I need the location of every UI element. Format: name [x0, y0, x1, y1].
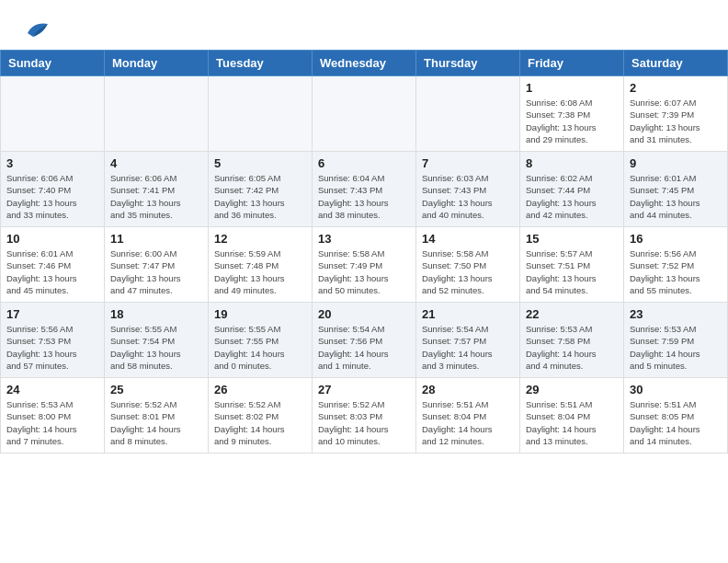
calendar-cell: 5Sunrise: 6:05 AM Sunset: 7:42 PM Daylig… [209, 152, 313, 227]
column-header-wednesday: Wednesday [313, 51, 416, 76]
calendar-week-1: 1Sunrise: 6:08 AM Sunset: 7:38 PM Daylig… [1, 76, 728, 152]
day-info: Sunrise: 5:54 AM Sunset: 7:56 PM Dayligh… [318, 323, 410, 372]
day-info: Sunrise: 5:53 AM Sunset: 7:59 PM Dayligh… [630, 323, 722, 372]
day-number: 2 [630, 81, 722, 95]
column-header-monday: Monday [105, 51, 209, 76]
day-number: 24 [6, 383, 98, 396]
day-number: 26 [214, 383, 306, 396]
calendar-cell: 30Sunrise: 5:51 AM Sunset: 8:05 PM Dayli… [624, 378, 728, 454]
day-number: 1 [526, 81, 618, 95]
calendar-week-4: 17Sunrise: 5:56 AM Sunset: 7:53 PM Dayli… [1, 303, 728, 378]
day-info: Sunrise: 6:00 AM Sunset: 7:47 PM Dayligh… [110, 247, 202, 296]
day-number: 10 [6, 232, 98, 246]
day-info: Sunrise: 5:53 AM Sunset: 8:00 PM Dayligh… [6, 398, 98, 447]
calendar-cell [105, 76, 209, 152]
calendar-cell: 7Sunrise: 6:03 AM Sunset: 7:43 PM Daylig… [416, 152, 520, 227]
day-info: Sunrise: 6:02 AM Sunset: 7:44 PM Dayligh… [526, 172, 618, 221]
day-info: Sunrise: 5:59 AM Sunset: 7:48 PM Dayligh… [214, 247, 306, 296]
calendar-cell: 3Sunrise: 6:06 AM Sunset: 7:40 PM Daylig… [1, 152, 105, 227]
header-row: SundayMondayTuesdayWednesdayThursdayFrid… [1, 51, 728, 76]
day-info: Sunrise: 5:56 AM Sunset: 7:52 PM Dayligh… [630, 247, 722, 296]
calendar-cell: 10Sunrise: 6:01 AM Sunset: 7:46 PM Dayli… [1, 227, 105, 303]
day-number: 16 [630, 232, 722, 246]
calendar-cell: 12Sunrise: 5:59 AM Sunset: 7:48 PM Dayli… [209, 227, 313, 303]
calendar-cell: 26Sunrise: 5:52 AM Sunset: 8:02 PM Dayli… [209, 378, 313, 454]
day-number: 27 [318, 383, 410, 396]
calendar-cell: 27Sunrise: 5:52 AM Sunset: 8:03 PM Dayli… [313, 378, 416, 454]
day-info: Sunrise: 5:52 AM Sunset: 8:02 PM Dayligh… [214, 398, 306, 447]
day-number: 25 [110, 383, 202, 396]
calendar-cell: 15Sunrise: 5:57 AM Sunset: 7:51 PM Dayli… [520, 227, 624, 303]
calendar-cell: 11Sunrise: 6:00 AM Sunset: 7:47 PM Dayli… [105, 227, 209, 303]
day-info: Sunrise: 5:55 AM Sunset: 7:54 PM Dayligh… [110, 323, 202, 372]
day-number: 7 [422, 156, 514, 170]
column-header-friday: Friday [520, 51, 624, 76]
day-info: Sunrise: 6:04 AM Sunset: 7:43 PM Dayligh… [318, 172, 410, 221]
calendar-cell: 1Sunrise: 6:08 AM Sunset: 7:38 PM Daylig… [520, 76, 624, 152]
calendar-cell: 16Sunrise: 5:56 AM Sunset: 7:52 PM Dayli… [624, 227, 728, 303]
day-number: 4 [110, 156, 202, 170]
day-info: Sunrise: 5:55 AM Sunset: 7:55 PM Dayligh… [214, 323, 306, 372]
day-info: Sunrise: 6:03 AM Sunset: 7:43 PM Dayligh… [422, 172, 514, 221]
day-number: 21 [422, 307, 514, 321]
calendar-cell [209, 76, 313, 152]
calendar-cell: 19Sunrise: 5:55 AM Sunset: 7:55 PM Dayli… [209, 303, 313, 378]
day-number: 19 [214, 307, 306, 321]
calendar-cell: 8Sunrise: 6:02 AM Sunset: 7:44 PM Daylig… [520, 152, 624, 227]
day-info: Sunrise: 6:01 AM Sunset: 7:46 PM Dayligh… [6, 247, 98, 296]
page-header [0, 0, 728, 50]
day-info: Sunrise: 5:53 AM Sunset: 7:58 PM Dayligh… [526, 323, 618, 372]
day-info: Sunrise: 5:54 AM Sunset: 7:57 PM Dayligh… [422, 323, 514, 372]
day-info: Sunrise: 6:07 AM Sunset: 7:39 PM Dayligh… [630, 97, 722, 145]
day-info: Sunrise: 5:58 AM Sunset: 7:49 PM Dayligh… [318, 247, 410, 296]
calendar-header: SundayMondayTuesdayWednesdayThursdayFrid… [1, 51, 728, 76]
day-number: 3 [6, 156, 98, 170]
day-info: Sunrise: 5:52 AM Sunset: 8:03 PM Dayligh… [318, 398, 410, 447]
day-number: 11 [110, 232, 202, 246]
calendar-cell: 22Sunrise: 5:53 AM Sunset: 7:58 PM Dayli… [520, 303, 624, 378]
calendar-week-2: 3Sunrise: 6:06 AM Sunset: 7:40 PM Daylig… [1, 152, 728, 227]
calendar-cell [313, 76, 416, 152]
calendar-cell: 4Sunrise: 6:06 AM Sunset: 7:41 PM Daylig… [105, 152, 209, 227]
day-info: Sunrise: 6:08 AM Sunset: 7:38 PM Dayligh… [526, 97, 618, 145]
day-info: Sunrise: 5:52 AM Sunset: 8:01 PM Dayligh… [110, 398, 202, 447]
day-number: 9 [630, 156, 722, 170]
column-header-thursday: Thursday [416, 51, 520, 76]
calendar-cell: 25Sunrise: 5:52 AM Sunset: 8:01 PM Dayli… [105, 378, 209, 454]
day-number: 28 [422, 383, 514, 396]
day-number: 15 [526, 232, 618, 246]
day-info: Sunrise: 5:51 AM Sunset: 8:04 PM Dayligh… [422, 398, 514, 447]
day-number: 18 [110, 307, 202, 321]
calendar-cell: 17Sunrise: 5:56 AM Sunset: 7:53 PM Dayli… [1, 303, 105, 378]
day-info: Sunrise: 5:57 AM Sunset: 7:51 PM Dayligh… [526, 247, 618, 296]
calendar-cell: 9Sunrise: 6:01 AM Sunset: 7:45 PM Daylig… [624, 152, 728, 227]
calendar-cell: 21Sunrise: 5:54 AM Sunset: 7:57 PM Dayli… [416, 303, 520, 378]
calendar-week-3: 10Sunrise: 6:01 AM Sunset: 7:46 PM Dayli… [1, 227, 728, 303]
day-info: Sunrise: 6:05 AM Sunset: 7:42 PM Dayligh… [214, 172, 306, 221]
day-number: 22 [526, 307, 618, 321]
day-number: 29 [526, 383, 618, 396]
logo [22, 20, 50, 40]
calendar-table: SundayMondayTuesdayWednesdayThursdayFrid… [0, 50, 728, 454]
day-number: 5 [214, 156, 306, 170]
day-info: Sunrise: 5:51 AM Sunset: 8:05 PM Dayligh… [630, 398, 722, 447]
calendar-cell: 18Sunrise: 5:55 AM Sunset: 7:54 PM Dayli… [105, 303, 209, 378]
column-header-saturday: Saturday [624, 51, 728, 76]
calendar-cell: 29Sunrise: 5:51 AM Sunset: 8:04 PM Dayli… [520, 378, 624, 454]
calendar-cell: 23Sunrise: 5:53 AM Sunset: 7:59 PM Dayli… [624, 303, 728, 378]
column-header-sunday: Sunday [1, 51, 105, 76]
day-info: Sunrise: 6:06 AM Sunset: 7:40 PM Dayligh… [6, 172, 98, 221]
calendar-cell: 2Sunrise: 6:07 AM Sunset: 7:39 PM Daylig… [624, 76, 728, 152]
day-number: 13 [318, 232, 410, 246]
day-number: 6 [318, 156, 410, 170]
day-number: 20 [318, 307, 410, 321]
calendar-cell: 13Sunrise: 5:58 AM Sunset: 7:49 PM Dayli… [313, 227, 416, 303]
calendar-body: 1Sunrise: 6:08 AM Sunset: 7:38 PM Daylig… [1, 76, 728, 454]
day-number: 12 [214, 232, 306, 246]
day-number: 23 [630, 307, 722, 321]
calendar-cell: 28Sunrise: 5:51 AM Sunset: 8:04 PM Dayli… [416, 378, 520, 454]
day-number: 14 [422, 232, 514, 246]
calendar-cell [416, 76, 520, 152]
day-info: Sunrise: 5:58 AM Sunset: 7:50 PM Dayligh… [422, 247, 514, 296]
calendar-cell: 24Sunrise: 5:53 AM Sunset: 8:00 PM Dayli… [1, 378, 105, 454]
